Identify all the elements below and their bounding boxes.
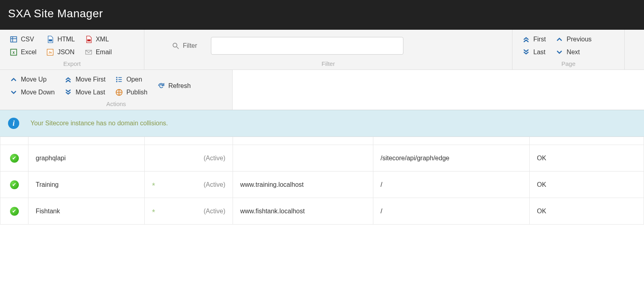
export-email-button[interactable]: Email [85, 48, 112, 56]
move-up-button[interactable]: Move Up [10, 76, 55, 84]
globe-icon [115, 88, 123, 96]
svg-rect-17 [118, 81, 122, 82]
sites-table: ✔ graphqlapi (Active) /sitecore/api/grap… [0, 137, 644, 225]
star-icon: * [152, 208, 155, 217]
filter-label: Filter [183, 42, 197, 49]
titlebar: SXA Site Manager [0, 0, 644, 30]
cell-host: www.fishtank.localhost [233, 198, 373, 225]
ribbon-group-export: CSV x Excel HTML Js JSON [0, 30, 144, 69]
svg-text:x: x [12, 50, 15, 55]
svg-rect-8 [87, 39, 90, 41]
move-down-label: Move Down [21, 89, 55, 96]
chevron-double-up-icon [522, 35, 530, 43]
cell-name: Fishtank [28, 198, 145, 225]
open-button[interactable]: Open [115, 76, 147, 84]
export-csv-button[interactable]: CSV [10, 35, 36, 43]
table-row[interactable]: ✔ Training *(Active) www.training.localh… [0, 172, 644, 198]
chevron-double-down-icon [64, 88, 72, 96]
magnifier-icon [172, 42, 180, 50]
info-bar: i Your Sitecore instance has no domain c… [0, 110, 644, 137]
svg-point-12 [116, 77, 117, 78]
list-icon [115, 76, 123, 84]
check-icon: ✔ [10, 154, 19, 163]
filter-group-label: Filter [154, 60, 502, 67]
refresh-button[interactable]: Refresh [157, 82, 191, 90]
page-last-label: Last [533, 49, 545, 56]
ribbon-row2-blank [233, 70, 644, 110]
cell-active: (Active) [204, 208, 225, 215]
svg-rect-0 [11, 37, 17, 42]
ribbon-group-filter: Filter Filter [144, 30, 512, 69]
export-json-label: JSON [57, 49, 75, 56]
table-header-row [0, 137, 644, 145]
cell-name: graphqlapi [28, 145, 145, 172]
move-first-button[interactable]: Move First [64, 76, 105, 84]
svg-rect-13 [118, 77, 122, 78]
page-next-label: Next [567, 49, 580, 56]
cell-path: / [373, 198, 530, 225]
info-icon: i [8, 118, 19, 129]
svg-rect-5 [49, 39, 52, 41]
publish-button[interactable]: Publish [115, 88, 147, 96]
svg-rect-15 [118, 79, 122, 80]
page-previous-button[interactable]: Previous [555, 35, 591, 43]
svg-line-11 [177, 47, 179, 49]
page-group-label: Page [522, 60, 615, 67]
export-xml-label: XML [96, 36, 109, 43]
refresh-label: Refresh [168, 82, 191, 90]
export-excel-label: Excel [21, 49, 36, 56]
json-icon: Js [46, 48, 54, 56]
email-icon [85, 48, 93, 56]
ribbon-spacer [625, 30, 644, 69]
chevron-down-icon [555, 48, 563, 56]
ribbon-group-actions: Move Up Move Down Move First Move Last [0, 70, 233, 110]
chevron-double-down-icon [522, 48, 530, 56]
export-email-label: Email [96, 49, 112, 56]
export-html-button[interactable]: HTML [46, 35, 75, 43]
info-message: Your Sitecore instance has no domain col… [30, 120, 168, 127]
move-down-button[interactable]: Move Down [10, 88, 55, 96]
filter-input[interactable] [211, 37, 403, 55]
svg-point-14 [116, 79, 117, 80]
move-last-button[interactable]: Move Last [64, 88, 105, 96]
cell-status: OK [530, 198, 644, 225]
cell-name: Training [28, 172, 145, 198]
html-icon [46, 35, 54, 43]
cell-status: OK [530, 172, 644, 198]
app-title: SXA Site Manager [8, 7, 636, 20]
move-up-label: Move Up [21, 76, 47, 83]
table-row[interactable]: ✔ Fishtank *(Active) www.fishtank.localh… [0, 198, 644, 225]
filter-label-wrap: Filter [172, 42, 201, 50]
ribbon: CSV x Excel HTML Js JSON [0, 30, 644, 110]
cell-active: (Active) [204, 155, 225, 162]
cell-host [233, 145, 373, 172]
export-html-label: HTML [57, 36, 75, 43]
cell-active: (Active) [204, 181, 225, 188]
search-icdiffervis [154, 42, 162, 50]
cell-path: / [373, 172, 530, 198]
export-xml-button[interactable]: XML [85, 35, 112, 43]
chevron-up-icon [555, 35, 563, 43]
move-first-label: Move First [75, 76, 105, 83]
export-excel-button[interactable]: x Excel [10, 48, 36, 56]
star-icon: * [152, 181, 155, 190]
svg-point-16 [116, 81, 117, 82]
actions-group-label: Actions [10, 100, 223, 107]
cell-host: www.training.localhost [233, 172, 373, 198]
page-first-button[interactable]: First [522, 35, 546, 43]
export-json-button[interactable]: Js JSON [46, 48, 75, 56]
excel-icon: x [10, 48, 18, 56]
chevron-double-up-icon [64, 76, 72, 84]
table-row[interactable]: ✔ graphqlapi (Active) /sitecore/api/grap… [0, 145, 644, 172]
open-label: Open [126, 76, 142, 83]
move-last-label: Move Last [75, 89, 105, 96]
svg-text:Js: Js [49, 51, 52, 54]
csv-icon [10, 35, 18, 43]
export-group-label: Export [10, 60, 134, 67]
check-icon: ✔ [10, 180, 19, 189]
svg-point-10 [173, 43, 177, 47]
page-next-button[interactable]: Next [555, 48, 591, 56]
export-csv-label: CSV [21, 36, 34, 43]
page-last-button[interactable]: Last [522, 48, 546, 56]
page-previous-label: Previous [567, 36, 591, 43]
